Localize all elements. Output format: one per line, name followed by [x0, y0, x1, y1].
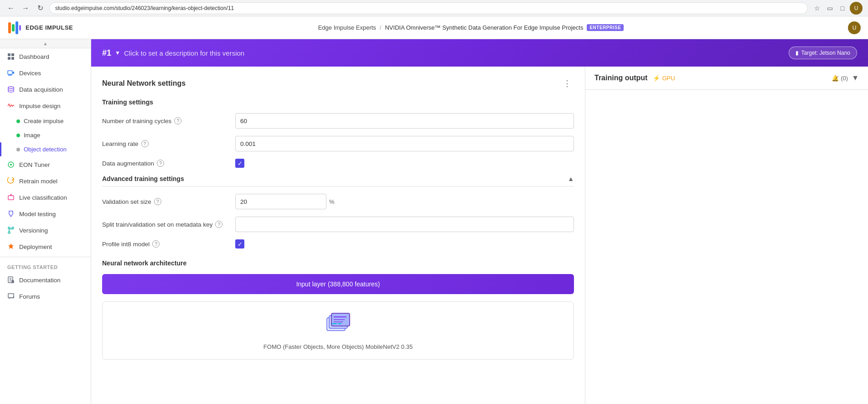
sidebar-item-create-impulse[interactable]: Create impulse — [0, 114, 91, 128]
svg-point-19 — [8, 232, 10, 233]
browser-chrome: ← → ↻ studio.edgeimpulse.com/studio/2460… — [0, 0, 868, 16]
validation-set-input[interactable] — [235, 194, 326, 209]
training-cycles-row: Number of training cycles ? — [102, 113, 574, 129]
sidebar-divider — [0, 257, 91, 257]
validation-help[interactable]: ? — [154, 198, 161, 205]
version-header: #1 ▼ Click to set a description for this… — [91, 39, 868, 67]
forward-button[interactable]: → — [20, 3, 31, 14]
sidebar-item-data-acquisition[interactable]: Data acquisition — [0, 81, 91, 98]
back-button[interactable]: ← — [5, 3, 16, 14]
profile-int8-label: Profile int8 model ? — [102, 240, 230, 248]
content-area: #1 ▼ Click to set a description for this… — [91, 39, 868, 404]
sidebar-item-object-detection[interactable]: Object detection — [0, 142, 91, 156]
learning-rate-input[interactable] — [235, 136, 574, 151]
learning-rate-help[interactable]: ? — [141, 140, 149, 147]
sidebar-item-versioning[interactable]: Versioning — [0, 222, 91, 238]
logo-text: EDGE IMPULSE — [26, 24, 73, 31]
split-train-help[interactable]: ? — [215, 221, 222, 228]
svg-rect-6 — [8, 57, 10, 60]
version-description[interactable]: Click to set a description for this vers… — [124, 49, 244, 57]
learning-rate-row: Learning rate ? — [102, 136, 574, 151]
dashboard-icon — [7, 53, 15, 60]
breadcrumb-separator: / — [380, 24, 382, 31]
training-output-body — [585, 90, 868, 108]
sidebar-item-retrain[interactable]: Retrain model — [0, 173, 91, 189]
sidebar-item-impulse-design[interactable]: Impulse design — [0, 98, 91, 114]
header-right: U — [848, 21, 861, 34]
data-augmentation-checkbox[interactable]: ✓ — [235, 159, 244, 168]
profile-int8-row: Profile int8 model ? ✓ — [102, 239, 574, 249]
sidebar-item-live-classification[interactable]: Live classification — [0, 189, 91, 206]
bell-icon: 🔔̸ — [832, 75, 839, 82]
breadcrumb-user: Edge Impulse Experts — [318, 24, 376, 31]
address-bar[interactable]: studio.edgeimpulse.com/studio/246023/lea… — [49, 2, 808, 14]
target-button[interactable]: ▮ Target: Jetson Nano — [789, 47, 857, 59]
advanced-title: Advanced training settings — [102, 175, 184, 182]
browser-actions: ☆ ▭ □ U — [811, 2, 863, 15]
live-classification-icon — [7, 194, 15, 201]
training-cycles-input[interactable] — [235, 113, 574, 129]
svg-rect-5 — [11, 53, 14, 56]
collapse-button[interactable]: ▲ — [568, 175, 574, 182]
input-layer-button[interactable]: Input layer (388,800 features) — [102, 274, 574, 294]
sidebar-item-devices[interactable]: Devices — [0, 65, 91, 81]
window-icon[interactable]: □ — [837, 3, 848, 14]
svg-rect-7 — [11, 57, 14, 60]
cast-icon[interactable]: ▭ — [824, 3, 835, 14]
gpu-lightning-icon: ⚡ — [653, 75, 660, 82]
training-cycles-label: Number of training cycles ? — [102, 117, 230, 124]
model-card: FOMO (Faster Objects, More Objects) Mobi… — [102, 301, 574, 360]
sidebar-item-deployment[interactable]: Deployment — [0, 238, 91, 255]
sidebar-item-documentation[interactable]: Documentation — [0, 272, 91, 288]
checkbox-check: ✓ — [238, 160, 243, 167]
svg-rect-1 — [12, 24, 15, 31]
deployment-icon — [7, 243, 15, 250]
svg-rect-26 — [12, 280, 14, 283]
sidebar-item-dashboard[interactable]: Dashboard — [0, 48, 91, 65]
split-train-row: Split train/validation set on metadata k… — [102, 217, 574, 232]
data-augmentation-help[interactable]: ? — [157, 160, 164, 167]
active-bar — [0, 142, 1, 156]
sidebar-item-image[interactable]: Image — [0, 128, 91, 142]
training-cycles-help[interactable]: ? — [174, 117, 181, 124]
validation-set-row: Validation set size ? % — [102, 194, 574, 209]
sidebar-scroll-up[interactable]: ▲ — [0, 39, 91, 48]
avatar[interactable]: U — [850, 2, 863, 15]
right-panel: Training output ⚡ GPU 🔔̸ (0) ▼ — [585, 67, 868, 404]
bookmark-icon[interactable]: ☆ — [811, 3, 822, 14]
validation-input-wrapper: % — [235, 194, 574, 209]
data-augmentation-label: Data augmentation ? — [102, 160, 230, 167]
profile-int8-help[interactable]: ? — [152, 240, 160, 248]
training-output-expand[interactable]: ▼ — [852, 74, 859, 82]
notification-area: 🔔̸ (0) — [832, 75, 848, 82]
version-dropdown-icon[interactable]: ▼ — [115, 50, 120, 56]
retrain-icon — [7, 177, 15, 185]
percent-suffix: % — [329, 198, 335, 205]
arch-section: Neural network architecture Input layer … — [102, 259, 574, 360]
getting-started-label: GETTING STARTED — [0, 259, 91, 272]
forums-icon — [7, 293, 15, 300]
left-panel: Neural Network settings ⋮ Training setti… — [91, 67, 585, 404]
refresh-button[interactable]: ↻ — [35, 3, 46, 14]
svg-rect-8 — [8, 71, 12, 74]
sidebar-item-forums[interactable]: Forums — [0, 288, 91, 305]
documentation-icon — [7, 276, 15, 284]
user-avatar-header[interactable]: U — [848, 21, 861, 34]
svg-rect-0 — [8, 22, 11, 33]
menu-dots-button[interactable]: ⋮ — [560, 78, 574, 89]
sidebar-item-model-testing[interactable]: Model testing — [0, 206, 91, 222]
breadcrumb-project: NVIDIA Omniverse™ Synthetic Data Generat… — [385, 24, 583, 31]
svg-point-15 — [10, 164, 12, 166]
profile-int8-checkbox[interactable]: ✓ — [235, 239, 244, 249]
chip-icon: ▮ — [796, 50, 799, 56]
split-train-input[interactable] — [235, 217, 574, 232]
svg-point-13 — [8, 87, 14, 88]
svg-rect-3 — [19, 25, 21, 31]
split-train-label: Split train/validation set on metadata k… — [102, 221, 230, 228]
nn-settings-title: Neural Network settings — [102, 79, 186, 88]
sidebar-item-eon-tuner[interactable]: EON Tuner — [0, 156, 91, 173]
object-detection-dot — [16, 148, 20, 151]
training-settings-title: Training settings — [102, 98, 574, 106]
advanced-section-header: Advanced training settings ▲ — [102, 175, 574, 186]
logo-area: EDGE IMPULSE — [7, 21, 94, 35]
